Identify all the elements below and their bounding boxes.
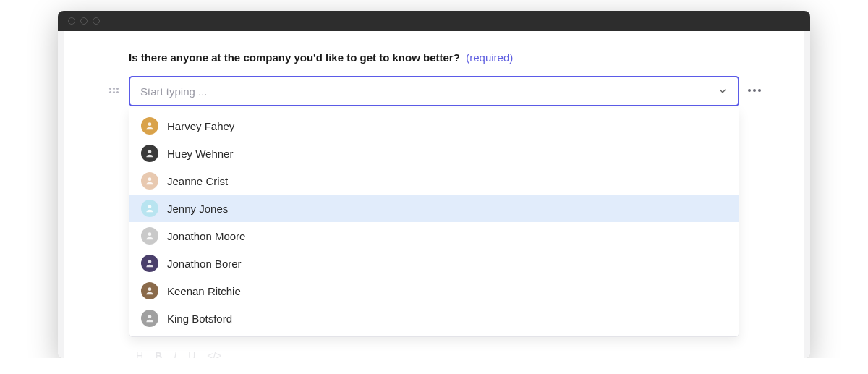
select-option-label: Keenan Ritchie — [167, 285, 241, 297]
avatar — [141, 227, 158, 245]
person-select: Harvey FaheyHuey WehnerJeanne CristJenny… — [129, 76, 739, 106]
svg-point-0 — [148, 122, 152, 126]
select-input[interactable] — [140, 85, 718, 98]
select-option-label: Harvey Fahey — [167, 120, 234, 132]
svg-point-1 — [148, 150, 152, 153]
svg-point-2 — [148, 177, 152, 181]
browser-window: Is there anyone at the company you'd lik… — [58, 11, 810, 358]
select-option[interactable]: Huey Wehner — [129, 140, 739, 167]
content-card: Is there anyone at the company you'd lik… — [64, 31, 804, 358]
avatar — [141, 117, 158, 135]
window-titlebar — [58, 11, 810, 31]
avatar — [141, 255, 158, 272]
chevron-down-icon[interactable] — [718, 86, 728, 96]
toolbar-italic-icon[interactable]: I — [174, 350, 176, 358]
window-close-icon[interactable] — [68, 17, 75, 25]
window-minimize-icon[interactable] — [80, 17, 88, 25]
drag-handle-icon[interactable] — [109, 85, 119, 96]
select-option-label: Huey Wehner — [167, 148, 233, 160]
field-row: Harvey FaheyHuey WehnerJeanne CristJenny… — [129, 76, 739, 106]
select-option[interactable]: Harvey Fahey — [129, 112, 739, 140]
toolbar-bold-icon[interactable]: B — [155, 350, 162, 358]
svg-point-3 — [148, 205, 152, 208]
window-zoom-icon[interactable] — [93, 17, 100, 25]
svg-point-6 — [148, 287, 152, 291]
editor-toolbar: H B I U </> — [136, 349, 732, 358]
select-option[interactable]: Jonathon Borer — [129, 250, 739, 277]
svg-point-5 — [148, 260, 152, 263]
select-box[interactable] — [129, 76, 739, 106]
select-option-label: Jenny Jones — [167, 203, 228, 215]
avatar — [141, 145, 158, 162]
select-option[interactable]: Keenan Ritchie — [129, 277, 739, 305]
avatar — [141, 282, 158, 299]
select-dropdown: Harvey FaheyHuey WehnerJeanne CristJenny… — [129, 108, 739, 337]
question-text: Is there anyone at the company you'd lik… — [129, 51, 460, 64]
svg-point-4 — [148, 232, 152, 236]
toolbar-underline-icon[interactable]: U — [188, 350, 195, 358]
avatar — [141, 310, 158, 327]
select-option-label: King Botsford — [167, 313, 232, 325]
select-option-label: Jeanne Crist — [167, 175, 228, 187]
svg-point-7 — [148, 315, 152, 318]
app-viewport: Is there anyone at the company you'd lik… — [58, 31, 810, 358]
required-label: (required) — [466, 51, 513, 64]
select-option-label: Jonathon Borer — [167, 258, 242, 270]
more-options-icon[interactable] — [744, 85, 765, 96]
avatar — [141, 172, 158, 190]
select-option[interactable]: Jeanne Crist — [129, 167, 739, 195]
avatar — [141, 200, 158, 217]
toolbar-heading-icon[interactable]: H — [136, 350, 143, 358]
question-row: Is there anyone at the company you'd lik… — [129, 51, 739, 64]
select-option[interactable]: King Botsford — [129, 305, 739, 332]
select-option[interactable]: Jonathon Moore — [129, 222, 739, 250]
select-option-label: Jonathon Moore — [167, 230, 245, 242]
toolbar-code-icon[interactable]: </> — [207, 350, 221, 358]
select-option[interactable]: Jenny Jones — [129, 195, 739, 222]
